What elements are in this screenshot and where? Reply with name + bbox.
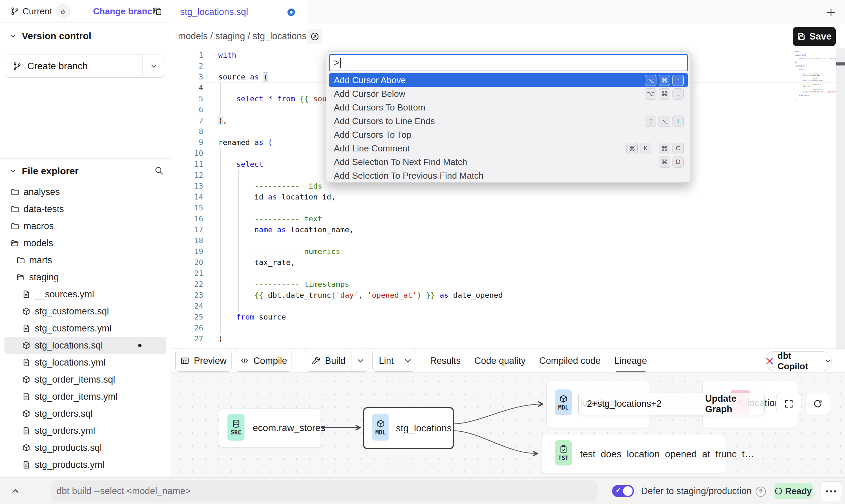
line-number: 14 (171, 192, 203, 203)
lint-button[interactable]: Lint (372, 350, 416, 372)
search-icon[interactable] (154, 166, 164, 175)
database-icon (232, 419, 241, 428)
tab-compiled-code[interactable]: Compiled code (539, 349, 601, 373)
current-branch-label: Current (23, 6, 52, 17)
update-graph-button[interactable]: Update Graph (705, 393, 764, 415)
lineage-node-test[interactable]: TST test_does_location_opened_at_trunc_t… (541, 435, 726, 473)
command-item-add-cursors-to-bottom[interactable]: Add Cursors To Bottom (329, 101, 688, 114)
lineage-node-stg-locations[interactable]: MDL stg_locations (363, 407, 454, 449)
file-row-macros[interactable]: macros (4, 218, 166, 235)
file-row-staging[interactable]: staging (4, 269, 166, 286)
file-row-stg_products.sql[interactable]: stg_products.sql (4, 439, 166, 456)
compile-button[interactable]: Compile (235, 350, 292, 372)
code-icon (240, 356, 249, 366)
change-branch-link[interactable]: Change branch (93, 6, 158, 17)
create-branch-dropdown[interactable] (143, 55, 165, 77)
file-label: stg_order_items.yml (35, 391, 118, 402)
line-number: 3 (171, 72, 203, 83)
refresh-button[interactable] (805, 393, 830, 414)
line-number: 27 (171, 333, 203, 344)
key-badge: ⌘ (659, 88, 670, 100)
command-palette-input[interactable]: > (329, 54, 688, 71)
source-badge: SRC (227, 414, 244, 441)
chevron-up-icon[interactable] (10, 486, 20, 496)
command-item-add-selection-to-next-find-match[interactable]: Add Selection To Next Find Match⌘D (329, 155, 688, 169)
breadcrumb-row: models / staging / stg_locations.sql (171, 24, 845, 49)
build-dropdown[interactable] (352, 350, 369, 371)
more-options-button[interactable] (820, 481, 842, 501)
command-label: Add Selection To Previous Find Match (334, 171, 684, 181)
command-item-add-line-comment[interactable]: Add Line Comment⌘K⌘C (329, 142, 688, 155)
file-row-stg_locations.yml[interactable]: stg_locations.yml (4, 354, 166, 371)
lineage-node-source[interactable]: SRC ecom.raw_stores (219, 408, 321, 448)
command-list: Add Cursor Above⌥⌘↑Add Cursor Below⌥⌘↓Ad… (329, 73, 688, 182)
minimap[interactable]: with source as ( select * from {{ source… (795, 50, 836, 100)
fullscreen-button[interactable] (776, 393, 801, 414)
scrollbar-thumb[interactable] (836, 62, 845, 65)
doc-icon (22, 460, 31, 469)
code-line: ---------- numerics (218, 246, 503, 257)
preview-button[interactable]: Preview (175, 350, 232, 372)
file-row-stg_order_items.yml[interactable]: stg_order_items.yml (4, 388, 166, 405)
create-branch-button[interactable]: Create branch (5, 55, 165, 78)
build-button[interactable]: Build (305, 350, 369, 372)
ready-status-badge[interactable]: Ready (774, 483, 813, 499)
dbt-copilot-label: dbt Copilot (777, 351, 821, 372)
save-icon (797, 32, 806, 41)
file-row-stg_products.yml[interactable]: stg_products.yml (4, 456, 166, 473)
file-label: stg_products.sql (35, 443, 102, 453)
file-row-stg_orders.sql[interactable]: stg_orders.sql (4, 405, 166, 422)
tab-lineage[interactable]: Lineage (614, 349, 647, 373)
dbt-command-input[interactable]: dbt build --select <model_name> (51, 480, 597, 502)
file-explorer-section-header[interactable]: File explorer (9, 166, 79, 177)
command-item-add-selection-to-previous-find-match[interactable]: Add Selection To Previous Find Match (329, 169, 688, 182)
copy-branch-icon[interactable] (153, 6, 163, 16)
status-bar: dbt build --select <model_name> ✓ Defer … (0, 477, 845, 504)
file-row-stg_customers.yml[interactable]: stg_customers.yml (4, 320, 166, 337)
lineage-canvas[interactable]: SRC ecom.raw_stores MDL stg_locations MD… (171, 372, 845, 478)
file-row-stg_order_items.sql[interactable]: stg_order_items.sql (4, 371, 166, 388)
file-label: stg_products.yml (35, 460, 104, 470)
code-line: ) (218, 333, 503, 344)
file-row-stg_locations.sql[interactable]: stg_locations.sql (4, 337, 166, 354)
lineage-selector-input[interactable]: 2+stg_locations+2 (579, 393, 705, 415)
command-item-add-cursors-to-line-ends[interactable]: Add Cursors to Line Ends⇧⌥I (329, 114, 688, 128)
tab-title: stg_locations.sql (180, 7, 248, 17)
file-label: data-tests (24, 204, 64, 214)
file-row-analyses[interactable]: analyses (4, 183, 166, 201)
file-row-stg_orders.yml[interactable]: stg_orders.yml (4, 422, 166, 439)
shortcut-key-group: ⇧⌥I (645, 116, 684, 127)
help-icon[interactable]: ? (756, 487, 766, 497)
navigate-icon[interactable] (307, 29, 323, 44)
chevron-down-icon (9, 32, 17, 40)
tab-code-quality[interactable]: Code quality (474, 349, 525, 373)
file-row-__sources.yml[interactable]: __sources.yml (4, 286, 166, 303)
file-row-data-tests[interactable]: data-tests (4, 201, 166, 218)
defer-toggle[interactable]: ✓ (612, 485, 634, 497)
dbt-ide-window: Current Change branch Version control Cr… (0, 0, 845, 504)
key-badge: C (672, 143, 684, 154)
text-caret (340, 58, 341, 68)
line-number: 21 (171, 268, 203, 279)
command-item-add-cursor-above[interactable]: Add Cursor Above⌥⌘↑ (329, 73, 688, 87)
file-label: stg_customers.yml (35, 323, 112, 334)
code-line: ---------- text (218, 213, 503, 224)
file-row-stg_customers.sql[interactable]: stg_customers.sql (4, 303, 166, 320)
node-label: ecom.raw_stores (253, 423, 325, 433)
tab-stg-locations-sql[interactable]: stg_locations.sql (171, 0, 309, 24)
editor-scrollbar[interactable] (836, 48, 845, 349)
command-item-add-cursor-below[interactable]: Add Cursor Below⌥⌘↓ (329, 87, 688, 101)
version-control-section-header[interactable]: Version control (9, 31, 91, 42)
new-tab-button[interactable] (824, 5, 839, 20)
modified-dot-icon (138, 344, 142, 347)
file-row-marts[interactable]: marts (4, 252, 166, 269)
shortcut-key-group: ⌥⌘↑ (645, 75, 684, 86)
dbt-copilot-button[interactable]: dbt Copilot (765, 351, 832, 371)
toggle-knob (623, 486, 633, 496)
code-line: {{ dbt.date_trunc('day', 'opened_at') }}… (218, 290, 503, 301)
command-palette: > Add Cursor Above⌥⌘↑Add Cursor Below⌥⌘↓… (326, 51, 691, 183)
save-button[interactable]: Save (793, 27, 836, 46)
file-row-models[interactable]: models (4, 235, 166, 252)
tab-results[interactable]: Results (430, 349, 461, 373)
command-item-add-cursors-to-top[interactable]: Add Cursors To Top (329, 128, 688, 142)
